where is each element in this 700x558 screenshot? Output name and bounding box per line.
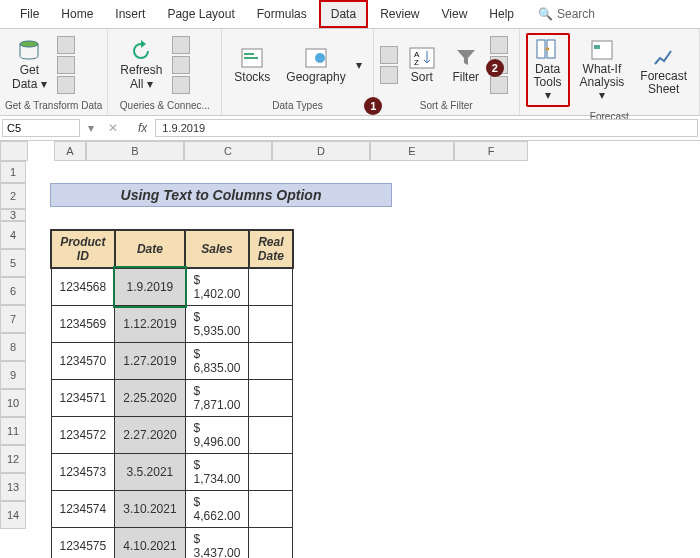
tab-home[interactable]: Home — [51, 2, 103, 26]
get-data-mini-buttons[interactable] — [57, 36, 75, 94]
tab-insert[interactable]: Insert — [105, 2, 155, 26]
name-box[interactable] — [2, 119, 80, 137]
refresh-icon — [127, 38, 155, 64]
svg-text:Z: Z — [414, 58, 419, 67]
filter-button[interactable]: Filter — [446, 43, 486, 86]
tab-data[interactable]: Data — [319, 0, 368, 28]
worksheet: ABCDEF 1234567891011121314 Using Text to… — [0, 141, 700, 529]
sort-icon: AZ — [408, 45, 436, 71]
table-row[interactable]: 12345722.27.2020$9,496.00 — [51, 417, 293, 454]
column-headers[interactable]: ABCDEF — [54, 141, 528, 161]
table-row[interactable]: 12345691.12.2019$5,935.00 — [51, 306, 293, 343]
svg-rect-3 — [244, 57, 258, 59]
table-row[interactable]: 12345733.5.2021$1,734.00 — [51, 454, 293, 491]
formula-input[interactable]: 1.9.2019 — [155, 119, 698, 137]
forecast-sheet-button[interactable]: Forecast Sheet — [634, 42, 693, 98]
table-row[interactable]: 12345712.25.2020$7,871.00 — [51, 380, 293, 417]
get-data-button[interactable]: Get Data ▾ — [6, 36, 53, 92]
tab-help[interactable]: Help — [479, 2, 524, 26]
sort-button[interactable]: AZ Sort — [402, 43, 442, 86]
callout-badge-2: 2 — [486, 59, 504, 77]
svg-point-0 — [20, 41, 38, 47]
svg-rect-12 — [594, 45, 600, 49]
refresh-all-button[interactable]: Refresh All ▾ — [114, 36, 168, 92]
search-box[interactable]: 🔍Search — [538, 7, 595, 21]
queries-mini-buttons[interactable] — [172, 36, 190, 94]
search-icon: 🔍 — [538, 7, 553, 21]
stocks-button[interactable]: Stocks — [228, 43, 276, 86]
whatif-button[interactable]: What-If Analysis ▾ — [574, 35, 631, 105]
svg-rect-9 — [537, 40, 545, 58]
tab-file[interactable]: File — [10, 2, 49, 26]
tab-view[interactable]: View — [432, 2, 478, 26]
svg-rect-11 — [592, 41, 612, 59]
tab-page-layout[interactable]: Page Layout — [157, 2, 244, 26]
whatif-icon — [588, 37, 616, 63]
fx-icon[interactable]: fx — [138, 121, 147, 135]
table-row[interactable]: 12345681.9.2019$1,402.00 — [51, 268, 293, 306]
forecast-icon — [650, 44, 678, 70]
stocks-icon — [238, 45, 266, 71]
geography-icon — [302, 45, 330, 71]
row-headers[interactable]: 1234567891011121314 — [0, 161, 26, 529]
formula-bar: ▾ ✕ fx 1.9.2019 — [0, 116, 700, 141]
tab-bar: FileHomeInsertPage LayoutFormulasDataRev… — [0, 0, 700, 29]
group-label: Get & Transform Data — [4, 98, 103, 113]
group-label: Queries & Connec... — [112, 98, 217, 113]
database-icon — [15, 38, 43, 64]
table-row[interactable]: 12345701.27.2019$6,835.00 — [51, 343, 293, 380]
data-tools-icon — [534, 37, 562, 63]
geography-button[interactable]: Geography — [280, 43, 351, 86]
data-table[interactable]: Product IDDateSalesReal Date12345681.9.2… — [50, 229, 294, 558]
data-tools-button[interactable]: Data Tools ▾ — [526, 33, 570, 107]
sort-az-buttons[interactable] — [380, 46, 398, 84]
tab-formulas[interactable]: Formulas — [247, 2, 317, 26]
tab-review[interactable]: Review — [370, 2, 429, 26]
group-label: Sort & Filter — [378, 98, 515, 113]
filter-icon — [452, 45, 480, 71]
title-banner: Using Text to Columns Option — [50, 183, 392, 207]
svg-point-5 — [315, 53, 325, 63]
select-all-corner[interactable] — [0, 141, 28, 161]
table-row[interactable]: 12345743.10.2021$4,662.00 — [51, 491, 293, 528]
group-label: Data Types — [226, 98, 368, 113]
ribbon: Get Data ▾ Get & Transform Data Refresh … — [0, 29, 700, 116]
table-row[interactable]: 12345754.10.2021$3,437.00 — [51, 528, 293, 559]
svg-rect-2 — [244, 53, 254, 55]
